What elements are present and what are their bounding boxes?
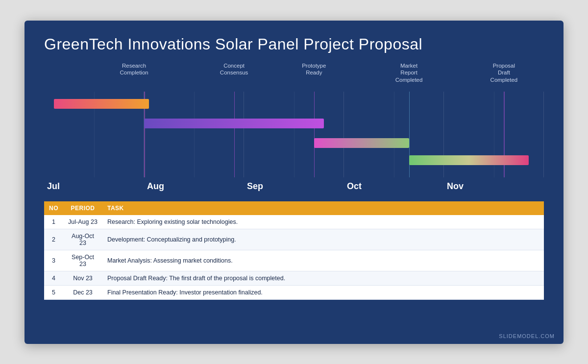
milestones-row: ResearchCompletion ConceptConsensus Prot… [44,62,544,92]
cell-task-2: Development: Conceptualizing and prototy… [102,229,544,250]
milestone-label-1: ResearchCompletion [120,62,148,77]
month-aug: Aug [144,181,244,192]
cell-period-1: Jul-Aug 23 [63,215,102,229]
table-row: 3 Sep-Oct 23 Market Analysis: Assessing … [44,250,544,271]
col-header-task: TASK [102,201,544,215]
table-row: 4 Nov 23 Proposal Draft Ready: The first… [44,271,544,285]
cell-no-2: 2 [44,229,63,250]
cell-no-5: 5 [44,285,63,299]
cell-task-4: Proposal Draft Ready: The first draft of… [102,271,544,285]
table-row: 1 Jul-Aug 23 Research: Exploring existin… [44,215,544,229]
table-body: 1 Jul-Aug 23 Research: Exploring existin… [44,215,544,300]
cell-task-3: Market Analysis: Assessing market condit… [102,250,544,271]
cell-period-3: Sep-Oct 23 [63,250,102,271]
cell-no-3: 3 [44,250,63,271]
cell-task-1: Research: Exploring existing solar techn… [102,215,544,229]
slide-title: GreenTech Innovations Solar Panel Projec… [44,35,544,53]
gantt-grid [44,92,544,177]
milestone-label-5: ProposalDraftCompleted [490,62,518,84]
bar-research [54,99,149,109]
cell-period-5: Dec 23 [63,285,102,299]
cell-task-5: Final Presentation Ready: Investor prese… [102,285,544,299]
table-row: 2 Aug-Oct 23 Development: Conceptualizin… [44,229,544,250]
slidemodel-credit: SLIDEMODEL.COM [499,333,555,339]
bar-development [144,119,324,128]
table-row: 5 Dec 23 Final Presentation Ready: Inves… [44,285,544,299]
col-header-period: PERIOD [63,201,102,215]
cell-no-1: 1 [44,215,63,229]
milestone-label-2: ConceptConsensus [220,62,248,77]
col-header-no: NO [44,201,63,215]
bars-container [44,92,544,177]
month-oct: Oct [344,181,444,192]
milestone-label-4: MarketReportCompleted [395,62,423,84]
month-sep: Sep [244,181,344,192]
milestone-label-3: PrototypeReady [302,62,326,77]
bar-proposal-draft [409,155,529,165]
slide: GreenTech Innovations Solar Panel Projec… [24,21,564,344]
table-header-row: NO PERIOD TASK [44,201,544,215]
month-nov: Nov [444,181,544,192]
cell-period-2: Aug-Oct 23 [63,229,102,250]
table-section: NO PERIOD TASK 1 Jul-Aug 23 Research: Ex… [44,201,544,300]
bar-market-analysis [314,138,409,148]
cell-no-4: 4 [44,271,63,285]
gantt-area: ResearchCompletion ConceptConsensus Prot… [44,62,544,194]
months-row: Jul Aug Sep Oct Nov [44,181,544,192]
cell-period-4: Nov 23 [63,271,102,285]
task-table: NO PERIOD TASK 1 Jul-Aug 23 Research: Ex… [44,201,544,300]
month-jul: Jul [44,181,144,192]
